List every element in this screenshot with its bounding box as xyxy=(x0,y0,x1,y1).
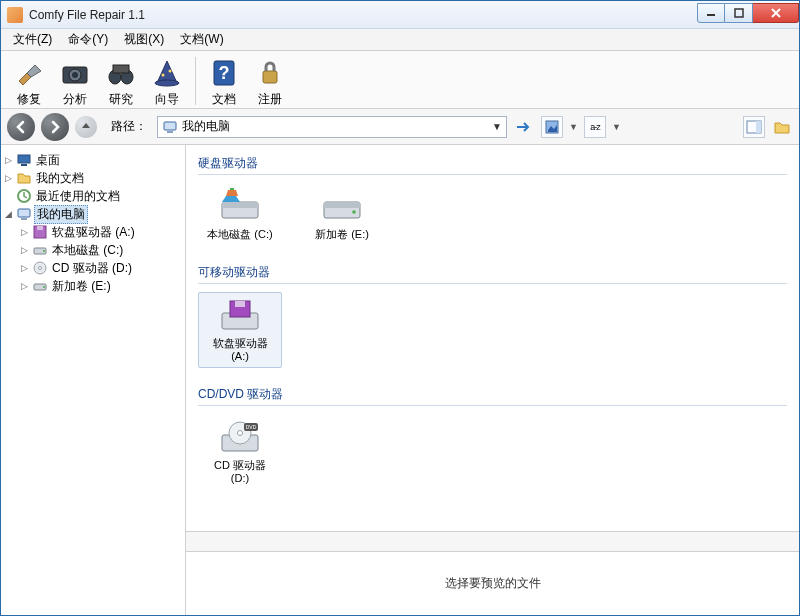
monitor-icon xyxy=(16,152,32,168)
toolbar-repair[interactable]: 修复 xyxy=(7,55,51,110)
tree-item-floppy[interactable]: ▷ 软盘驱动器 (A:) xyxy=(3,223,183,241)
nav-sort-button[interactable]: a-z xyxy=(584,116,606,138)
svg-rect-29 xyxy=(21,218,27,220)
camera-icon xyxy=(59,57,91,89)
svg-point-15 xyxy=(155,80,179,86)
close-button[interactable] xyxy=(753,3,799,23)
svg-point-33 xyxy=(43,250,45,252)
nav-view-thumb-button[interactable] xyxy=(541,116,563,138)
status-bar xyxy=(186,531,799,551)
tree-item-mydocs[interactable]: ▷ 我的文档 xyxy=(3,169,183,187)
svg-point-45 xyxy=(352,210,356,214)
recent-icon xyxy=(16,188,32,204)
toolbar-register[interactable]: 注册 xyxy=(248,55,292,110)
wizard-hat-icon xyxy=(151,57,183,89)
dropdown-icon: ▼ xyxy=(492,121,502,132)
nav-up-button[interactable] xyxy=(75,116,97,138)
preview-pane: 选择要预览的文件 xyxy=(186,551,799,615)
body: ▷ 桌面 ▷ 我的文档 最近使用的文档 ◢ 我的电脑 ▷ xyxy=(1,145,799,615)
floppy-drive-icon xyxy=(216,297,264,333)
tree-item-drive-d[interactable]: ▷ CD 驱动器 (D:) xyxy=(3,259,183,277)
thumbnail-icon xyxy=(545,120,559,134)
tree-item-desktop[interactable]: ▷ 桌面 xyxy=(3,151,183,169)
path-label: 路径： xyxy=(111,118,147,135)
expand-icon[interactable]: ▷ xyxy=(19,227,30,238)
toolbar: 修复 分析 研究 向导 ? 文档 xyxy=(1,51,799,109)
toolbar-research[interactable]: 研究 xyxy=(99,55,143,110)
svg-rect-18 xyxy=(263,71,277,83)
expand-icon[interactable]: ▷ xyxy=(19,263,30,274)
tree-item-recent[interactable]: 最近使用的文档 xyxy=(3,187,183,205)
chevron-down-icon: ▼ xyxy=(612,122,621,132)
minimize-button[interactable] xyxy=(697,3,725,23)
svg-point-37 xyxy=(43,286,45,288)
svg-rect-31 xyxy=(37,226,43,230)
window-controls xyxy=(697,3,799,23)
svg-point-8 xyxy=(72,72,78,78)
floppy-icon xyxy=(32,224,48,240)
nav-forward-button[interactable] xyxy=(41,113,69,141)
hdd-icon xyxy=(32,278,48,294)
path-combobox[interactable]: 我的电脑 ▼ xyxy=(157,116,507,138)
toolbar-research-label: 研究 xyxy=(109,91,133,108)
maximize-button[interactable] xyxy=(725,3,753,23)
hdd-icon xyxy=(318,188,366,224)
title-bar: Comfy File Repair 1.1 xyxy=(1,1,799,29)
svg-rect-39 xyxy=(222,202,258,208)
group-header-hdd: 硬盘驱动器 xyxy=(198,151,787,175)
menu-view[interactable]: 视图(X) xyxy=(116,29,172,50)
svg-marker-40 xyxy=(222,196,240,202)
toolbar-wizard[interactable]: 向导 xyxy=(145,55,189,110)
svg-rect-1 xyxy=(735,9,743,17)
toolbar-wizard-label: 向导 xyxy=(155,91,179,108)
nav-go-button[interactable] xyxy=(513,116,535,138)
expand-icon[interactable]: ▷ xyxy=(3,173,14,184)
toolbar-separator xyxy=(195,57,196,105)
path-value: 我的电脑 xyxy=(182,118,230,135)
drive-item-e[interactable]: 新加卷 (E:) xyxy=(300,183,384,246)
svg-rect-19 xyxy=(164,122,176,130)
computer-icon xyxy=(16,206,32,222)
drive-item-c[interactable]: 本地磁盘 (C:) xyxy=(198,183,282,246)
tree-item-mycomputer[interactable]: ◢ 我的电脑 xyxy=(3,205,183,223)
svg-text:DVD: DVD xyxy=(246,424,257,430)
group-header-removable: 可移动驱动器 xyxy=(198,260,787,284)
svg-rect-48 xyxy=(235,301,245,307)
app-window: Comfy File Repair 1.1 文件(Z) 命令(Y) 视图(X) … xyxy=(0,0,800,616)
svg-rect-26 xyxy=(21,164,27,166)
tree-item-drive-c[interactable]: ▷ 本地磁盘 (C:) xyxy=(3,241,183,259)
toolbar-docs[interactable]: ? 文档 xyxy=(202,55,246,110)
svg-point-14 xyxy=(169,70,172,73)
drive-item-d[interactable]: DVD CD 驱动器(D:) xyxy=(198,414,282,490)
expand-icon[interactable]: ▷ xyxy=(19,281,30,292)
svg-point-35 xyxy=(39,267,42,270)
toolbar-analyze[interactable]: 分析 xyxy=(53,55,97,110)
nav-folder-button[interactable] xyxy=(771,116,793,138)
svg-point-13 xyxy=(162,74,165,77)
close-icon xyxy=(770,8,782,18)
nav-back-button[interactable] xyxy=(7,113,35,141)
svg-rect-44 xyxy=(324,202,360,208)
expand-icon[interactable]: ▷ xyxy=(3,155,14,166)
menu-command[interactable]: 命令(Y) xyxy=(60,29,116,50)
help-book-icon: ? xyxy=(208,57,240,89)
nav-preview-toggle[interactable] xyxy=(743,116,765,138)
folder-icon xyxy=(773,119,791,135)
content-pane: 硬盘驱动器 本地磁盘 (C:) 新加卷 (E:) xyxy=(186,145,799,615)
drive-item-a[interactable]: 软盘驱动器(A:) xyxy=(198,292,282,368)
menu-docs[interactable]: 文档(W) xyxy=(172,29,231,50)
tree-item-drive-e[interactable]: ▷ 新加卷 (E:) xyxy=(3,277,183,295)
minimize-icon xyxy=(706,8,716,18)
expand-icon[interactable]: ▷ xyxy=(19,245,30,256)
drive-list[interactable]: 硬盘驱动器 本地磁盘 (C:) 新加卷 (E:) xyxy=(186,145,799,531)
cd-icon xyxy=(32,260,48,276)
collapse-icon[interactable]: ◢ xyxy=(3,209,14,220)
go-arrow-icon xyxy=(515,120,533,134)
svg-rect-20 xyxy=(167,131,173,133)
dvd-drive-icon: DVD xyxy=(216,419,264,455)
folder-tree[interactable]: ▷ 桌面 ▷ 我的文档 最近使用的文档 ◢ 我的电脑 ▷ xyxy=(1,145,186,615)
maximize-icon xyxy=(734,8,744,18)
hdd-icon xyxy=(216,188,264,224)
hammer-icon xyxy=(13,57,45,89)
menu-file[interactable]: 文件(Z) xyxy=(5,29,60,50)
